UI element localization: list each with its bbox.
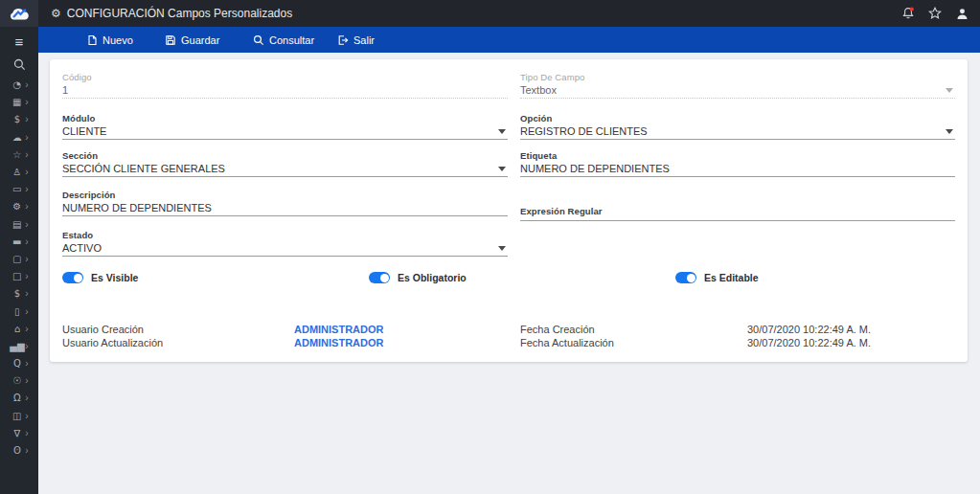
sidebar: ≡ ◔ › ▦ › $ › ☁ › bbox=[0, 0, 38, 494]
sidebar-item-pie-chart[interactable]: ◔ › bbox=[0, 77, 38, 94]
money-bag-icon: ʘ bbox=[10, 445, 24, 457]
analytics-chart-icon: ▄▆ bbox=[10, 341, 24, 352]
page-title-text: CONFIGURACIÓN Campos Personalizados bbox=[67, 7, 292, 20]
sidebar-item-credit-card[interactable]: ▬ › bbox=[0, 234, 38, 251]
sidebar-item-page[interactable]: □ › bbox=[0, 268, 38, 285]
user-profile-icon[interactable] bbox=[955, 7, 969, 20]
sidebar-item-calendar-grid[interactable]: ▦ › bbox=[0, 94, 38, 111]
usuario-actualizacion-value[interactable]: ADMINISTRADOR bbox=[294, 337, 384, 348]
chevron-right-icon: › bbox=[25, 80, 28, 90]
modulo-select[interactable]: Módulo CLIENTE bbox=[62, 113, 508, 142]
tipo-de-campo-value: Textbox bbox=[520, 84, 557, 96]
pie-chart-icon: ◔ bbox=[10, 79, 24, 91]
es-obligatorio-toggle[interactable]: Es Obligatorio bbox=[369, 272, 467, 283]
sidebar-item-document[interactable]: ▢ › bbox=[0, 251, 38, 268]
opcion-select[interactable]: Opción REGISTRO DE CLIENTES bbox=[520, 113, 955, 142]
expresion-regular-input[interactable]: Expresión Regular bbox=[520, 204, 955, 225]
support-headset-icon: Ω bbox=[10, 393, 24, 404]
sidebar-item-receipt-page[interactable]: ▯ › bbox=[0, 303, 38, 320]
usuario-actualizacion-label: Usuario Actualización bbox=[62, 337, 163, 348]
sidebar-item-invoice-dollar[interactable]: $ › bbox=[0, 285, 38, 303]
codigo-field: Código 1 bbox=[62, 72, 508, 101]
descripcion-input[interactable]: Descripción NUMERO DE DEPENDIENTES bbox=[62, 190, 508, 218]
chevron-right-icon: › bbox=[25, 359, 28, 369]
chevron-right-icon: › bbox=[25, 429, 28, 438]
usuario-creacion-value[interactable]: ADMINISTRADOR bbox=[294, 324, 384, 335]
cloud-arrow-logo-icon bbox=[7, 6, 32, 22]
cloud-icon: ☁ bbox=[10, 132, 24, 144]
descripcion-value: NUMERO DE DEPENDIENTES bbox=[62, 202, 212, 213]
chevron-right-icon: › bbox=[25, 202, 28, 212]
id-card-icon: ▭ bbox=[10, 184, 24, 195]
sidebar-item-security-shield[interactable]: ∇ › bbox=[0, 425, 38, 442]
sidebar-item-money-bag[interactable]: ʘ › bbox=[0, 442, 38, 460]
toggle-switch-icon[interactable] bbox=[62, 272, 83, 283]
new-document-icon bbox=[86, 34, 98, 46]
sidebar-item-clients-person[interactable]: ♙ › bbox=[0, 164, 38, 181]
payments-coin-icon: ☉ bbox=[10, 375, 24, 387]
settings-gear-icon: ⚙ bbox=[10, 201, 24, 213]
money-circle-icon: $ bbox=[10, 114, 24, 125]
chevron-right-icon: › bbox=[25, 255, 28, 264]
sidebar-search-icon[interactable] bbox=[0, 56, 38, 73]
sidebar-item-support-headset[interactable]: Ω › bbox=[0, 390, 38, 407]
fecha-creacion-value: 30/07/2020 10:22:49 A. M. bbox=[747, 324, 871, 335]
search-icon bbox=[253, 34, 264, 46]
etiqueta-input[interactable]: Etiqueta NUMERO DE DEPENDIENTES bbox=[520, 150, 955, 179]
fecha-creacion-label: Fecha Creación bbox=[520, 324, 595, 335]
dropdown-caret-icon bbox=[946, 88, 953, 93]
sidebar-item-money-circle[interactable]: $ › bbox=[0, 111, 38, 128]
favorite-star-icon[interactable] bbox=[928, 7, 942, 20]
invoice-dollar-icon: $ bbox=[10, 288, 24, 300]
dropdown-caret-icon bbox=[498, 167, 506, 171]
estado-value: ACTIVO bbox=[62, 242, 102, 254]
chevron-right-icon: › bbox=[25, 412, 28, 421]
title-bar: ⚙ CONFIGURACIÓN Campos Personalizados bbox=[38, 0, 980, 27]
sidebar-item-analytics-chart[interactable]: ▄▆ › bbox=[0, 338, 38, 355]
chevron-right-icon: › bbox=[25, 272, 28, 281]
chevron-right-icon: › bbox=[25, 342, 28, 351]
custom-field-form-card: Código 1 Módulo CLIENTE Sección SECCIÓN … bbox=[50, 59, 968, 362]
notifications-bell-icon[interactable] bbox=[901, 7, 915, 20]
sidebar-item-inventory-box[interactable]: ◫ › bbox=[0, 408, 38, 425]
chevron-right-icon: › bbox=[25, 325, 28, 334]
exit-button[interactable]: Salir bbox=[331, 27, 380, 53]
chevron-right-icon: › bbox=[25, 98, 28, 107]
es-visible-toggle[interactable]: Es Visible bbox=[62, 272, 138, 283]
es-editable-toggle[interactable]: Es Editable bbox=[675, 272, 759, 283]
seccion-select[interactable]: Sección SECCIÓN CLIENTE GENERALES bbox=[62, 150, 508, 179]
chevron-right-icon: › bbox=[25, 185, 28, 194]
sidebar-item-payments-coin[interactable]: ☉ › bbox=[0, 372, 38, 390]
toggle-switch-icon[interactable] bbox=[369, 272, 390, 283]
chevron-right-icon: › bbox=[25, 237, 28, 247]
chevron-right-icon: › bbox=[25, 393, 28, 403]
fecha-actualizacion-value: 30/07/2020 10:22:49 A. M. bbox=[747, 337, 871, 348]
calendar-grid-icon: ▦ bbox=[10, 97, 24, 108]
document-icon: ▢ bbox=[10, 254, 24, 265]
query-button[interactable]: Consultar bbox=[247, 27, 320, 53]
inventory-box-icon: ◫ bbox=[10, 411, 24, 422]
clients-person-icon: ♙ bbox=[10, 167, 24, 178]
chevron-right-icon: › bbox=[25, 446, 28, 456]
fecha-actualizacion-label: Fecha Actualización bbox=[520, 337, 614, 348]
sidebar-item-search-records[interactable]: Q › bbox=[0, 355, 38, 372]
sidebar-item-catalog-book[interactable]: ▤ › bbox=[0, 216, 38, 234]
dropdown-caret-icon bbox=[946, 129, 953, 134]
action-toolbar: Nuevo Guardar Consultar Salir bbox=[38, 27, 980, 53]
estado-select[interactable]: Estado ACTIVO bbox=[62, 230, 508, 258]
sidebar-item-bank[interactable]: ⌂ › bbox=[0, 321, 38, 338]
chevron-right-icon: › bbox=[25, 376, 28, 386]
app-logo[interactable] bbox=[0, 0, 38, 27]
chevron-right-icon: › bbox=[25, 289, 28, 299]
chevron-right-icon: › bbox=[25, 220, 28, 230]
sidebar-item-cloud[interactable]: ☁ › bbox=[0, 129, 38, 146]
save-button[interactable]: Guardar bbox=[159, 27, 225, 53]
exit-icon bbox=[337, 34, 349, 46]
toggle-switch-icon[interactable] bbox=[675, 272, 696, 283]
chevron-right-icon: › bbox=[25, 150, 28, 160]
sidebar-item-favorites-star[interactable]: ☆ › bbox=[0, 146, 38, 164]
sidebar-item-id-card[interactable]: ▭ › bbox=[0, 181, 38, 198]
menu-hamburger-icon[interactable]: ≡ bbox=[0, 34, 38, 50]
new-button[interactable]: Nuevo bbox=[80, 27, 139, 53]
sidebar-item-settings-gear[interactable]: ⚙ › bbox=[0, 198, 38, 215]
